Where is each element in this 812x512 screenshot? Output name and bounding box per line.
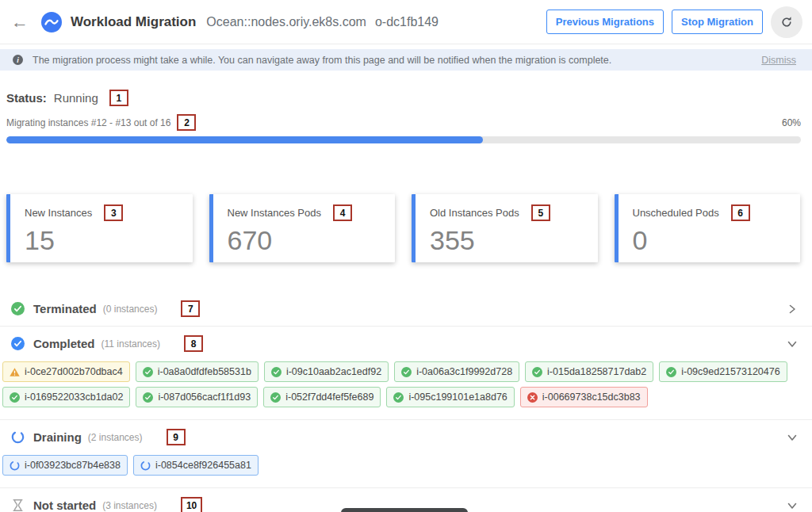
section-name: Terminated [33,302,97,315]
chevron-down-icon[interactable] [787,500,798,511]
check-circle-icon [143,392,153,403]
check-circle-icon [271,367,282,377]
check-circle-icon [10,392,20,403]
warning-triangle-icon [10,367,20,377]
card-unscheduled-pods: Unscheduled Pods 6 0 [615,194,801,262]
instance-sections: Terminated (0 instances) 7 Completed (11… [0,292,812,512]
header-actions: Previous Migrations Stop Migration [546,6,802,38]
card-new-instances-pods: New Instances Pods 4 670 [209,194,396,262]
check-circle-icon [11,337,25,350]
instance-chip[interactable]: i-0ce27d002b70dbac4 [2,361,130,382]
chevron-right-icon[interactable] [787,304,798,315]
section-draining: Draining (2 instances) 9 i-0f03923bc87b4… [0,420,812,488]
section-count: (0 instances) [103,304,158,315]
annotation-marker-2: 2 [177,114,196,131]
instance-chip[interactable]: i-0a8a0dfdfeb58531b [136,361,259,382]
refresh-button[interactable] [771,6,802,38]
hourglass-icon [11,499,25,512]
dismiss-link[interactable]: Dismiss [761,55,796,66]
annotation-marker-6: 6 [731,204,750,221]
instance-id: i-087d056cacf1f1d93 [158,392,251,403]
chevron-down-icon[interactable] [787,432,798,443]
ocean-id: o-dc1fb149 [375,15,439,29]
instance-chip[interactable]: i-09c9ed21573120476 [659,361,787,382]
card-label: Unscheduled Pods [633,207,719,219]
refresh-icon [779,15,794,29]
ocean-wave-logo [41,12,62,32]
check-circle-icon [666,367,676,377]
instance-id: i-0854ce8f926455a81 [155,460,251,471]
check-circle-icon [393,392,404,403]
card-label: New Instances Pods [228,207,322,219]
progress-text: Migrating instances #12 - #13 out of 16 [6,117,170,128]
instance-id: i-0ce27d002b70dbac4 [25,366,123,377]
section-name: Draining [33,430,82,444]
annotation-marker-3: 3 [104,204,123,221]
section-draining-header[interactable]: Draining (2 instances) 9 [0,420,812,454]
instance-chip[interactable]: i-00669738c15dc3b83 [520,387,648,407]
instance-chip[interactable]: i-0854ce8f926455a81 [133,455,259,476]
banner-message: The migration process might take a while… [33,55,611,66]
info-icon: i [13,55,23,65]
section-completed: Completed (11 instances) 8 i-0ce27d002b7… [0,327,812,420]
error-circle-icon [527,392,538,403]
card-value: 355 [430,227,590,254]
card-value: 0 [633,227,793,254]
card-label: New Instances [25,207,92,219]
section-terminated-header[interactable]: Terminated (0 instances) 7 [0,292,812,326]
cutoff-overlay-bar [341,508,468,512]
instance-chip[interactable]: i-095c199101e1a8d76 [386,387,514,407]
instance-id: i-0a06a3c1f9992d728 [416,366,512,377]
completed-chip-list: i-0ce27d002b70dbac4 i-0a8a0dfdfeb58531b … [0,361,812,419]
draining-chip-list: i-0f03923bc87b4e838 i-0854ce8f926455a81 [0,454,812,487]
card-old-instances-pods: Old Instances Pods 5 355 [412,194,598,262]
instance-id: i-00669738c15dc3b83 [542,392,641,403]
status-value: Running [54,91,98,105]
status-label: Status: [6,91,47,105]
section-terminated: Terminated (0 instances) 7 [0,292,812,327]
instance-chip[interactable]: i-0f03923bc87b4e838 [2,455,128,476]
check-circle-icon [270,392,281,403]
instance-chip[interactable]: i-015da18258717dab2 [525,361,653,382]
annotation-marker-4: 4 [333,204,352,221]
card-new-instances: New Instances 3 15 [6,194,193,262]
metric-cards: New Instances 3 15 New Instances Pods 4 … [6,194,800,262]
section-completed-header[interactable]: Completed (11 instances) 8 [0,327,812,361]
annotation-marker-8: 8 [184,335,203,352]
instance-id: i-052f7dd4fef5fe689 [285,392,373,403]
check-circle-icon [532,367,542,377]
instance-chip[interactable]: i-09c10aab2ac1edf92 [264,361,389,382]
cluster-name: Ocean::nodes.oriy.ek8s.com [206,15,366,29]
spinner-icon [10,460,20,471]
instance-id: i-015da18258717dab2 [547,366,646,377]
instance-id: i-09c9ed21573120476 [681,366,779,377]
instance-chip[interactable]: i-052f7dd4fef5fe689 [263,387,381,407]
status-row: Status: Running 1 [6,90,801,106]
previous-migrations-button[interactable]: Previous Migrations [546,10,664,34]
top-bar: ← Workload Migration Ocean::nodes.oriy.e… [0,0,812,44]
annotation-marker-5: 5 [531,204,550,221]
check-circle-icon [143,367,153,377]
section-count: (2 instances) [88,432,143,443]
check-circle-icon [11,302,25,315]
back-arrow-icon[interactable]: ← [11,13,29,31]
instance-chip[interactable]: i-0a06a3c1f9992d728 [394,361,519,382]
section-count: (11 instances) [102,338,160,350]
check-circle-icon [401,367,412,377]
instance-id: i-0169522033cb1da02 [25,392,123,403]
section-name: Not started [33,499,96,512]
spinner-icon [140,460,151,471]
card-label: Old Instances Pods [430,207,519,219]
stop-migration-button[interactable]: Stop Migration [672,10,763,34]
instance-id: i-0f03923bc87b4e838 [25,460,121,471]
section-name: Completed [33,337,95,350]
instance-chip[interactable]: i-0169522033cb1da02 [2,387,130,407]
progress-label-row: Migrating instances #12 - #13 out of 16 … [6,114,801,131]
chevron-down-icon[interactable] [787,338,798,350]
annotation-marker-1: 1 [109,90,128,106]
section-count: (3 instances) [102,500,157,511]
annotation-marker-10: 10 [181,497,202,512]
instance-id: i-095c199101e1a8d76 [408,392,507,403]
instance-chip[interactable]: i-087d056cacf1f1d93 [136,387,258,407]
instance-id: i-09c10aab2ac1edf92 [286,366,381,377]
